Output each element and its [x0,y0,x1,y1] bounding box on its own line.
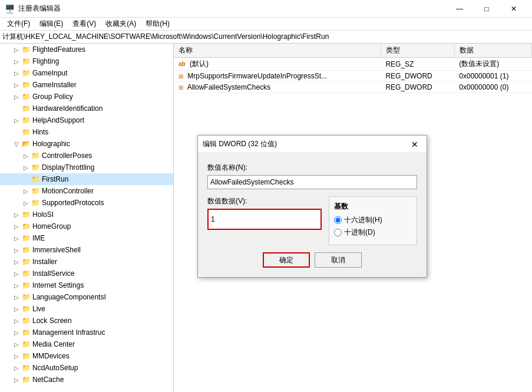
folder-icon: 📁 [31,151,40,160]
col-name: 名称 [174,44,381,58]
tree-label: GameInstaller [32,81,77,89]
tree-item-netcache[interactable]: ▷ 📁 NetCache [0,374,173,386]
folder-icon: 📁 [21,222,31,231]
tree-item-lockscreen[interactable]: ▷ 📁 Lock Screen [0,315,173,327]
folder-icon: 📁 [31,174,40,184]
tree-label: Flighting [32,57,59,65]
menu-view[interactable]: 查看(V) [68,18,101,30]
cell-data: 0x00000000 (0) [454,82,531,93]
dialog-titlebar: 编辑 DWORD (32 位值) ✕ [198,136,427,153]
dialog-close-button[interactable]: ✕ [408,137,422,151]
tree-item-holographic[interactable]: ▽ 📂 Holographic [0,138,173,150]
tree-label: Management Infrastruc [32,328,105,337]
tree-item-homegroup[interactable]: ▷ 📁 HomeGroup [0,220,173,232]
tree-label: MMDevices [32,352,70,360]
cell-name: ab (默认) [174,58,381,71]
tree-item-controllerposes[interactable]: ▷ 📁 ControllerPoses [0,150,173,162]
tree-item-displaythrottling[interactable]: ▷ 📁 DisplayThrottling [0,162,173,173]
dec-radio-row[interactable]: 十进制(D) [334,228,412,238]
hex-radio[interactable] [334,216,342,224]
menu-file[interactable]: 文件(F) [2,18,35,30]
tree-label: MotionController [42,187,94,195]
menu-help[interactable]: 帮助(H) [141,18,174,30]
tree-item-installer[interactable]: ▷ 📁 Installer [0,256,173,268]
table-row[interactable]: ab (默认) REG_SZ (数值未设置) [174,58,532,71]
value-label: 数值数据(V): [207,196,322,206]
tree-item-flightedfeatures[interactable]: ▷ 📁 FlightedFeatures [0,44,173,55]
value-row: 数值数据(V): 基数 十六进制(H) 十进制(D) [207,196,417,245]
tree-item-live[interactable]: ▷ 📁 Live [0,303,173,315]
folder-icon: 📁 [21,281,31,290]
col-data: 数据 [454,44,531,58]
table-row[interactable]: ⊞ MrpSupportsFirmwareUpdateInProgressSt.… [174,71,532,82]
expand-icon: ▷ [12,257,21,266]
expand-icon: ▷ [12,351,21,361]
tree-item-gameinstaller[interactable]: ▷ 📁 GameInstaller [0,79,173,91]
folder-icon: 📁 [31,186,40,196]
expand-icon: ▷ [12,269,21,278]
tree-label: Internet Settings [32,281,84,289]
folder-icon: 📁 [21,363,31,373]
expand-icon: ▷ [12,363,21,373]
folder-icon: 📁 [21,127,31,137]
tree-item-hardwareid[interactable]: ▷ 📁 HardwareIdentification [0,103,173,114]
app-icon: 🖥️ [5,4,15,14]
expand-icon: ▷ [12,92,21,101]
tree-item-motioncontroller[interactable]: ▷ 📁 MotionController [0,185,173,197]
tree-item-ime[interactable]: ▷ 📁 IME [0,232,173,244]
hex-label: 十六进制(H) [344,215,382,225]
expand-icon: ▽ [12,139,21,149]
tree-label: Installer [32,258,57,266]
tree-item-helpandsupport[interactable]: ▷ 📁 HelpAndSupport [0,114,173,126]
window-controls: — □ ✕ [446,0,527,18]
cancel-button[interactable]: 取消 [315,252,362,268]
tree-label: Group Policy [32,93,73,101]
expand-icon: ▷ [21,186,31,196]
folder-icon: 📁 [21,57,31,66]
tree-item-immersiveshell[interactable]: ▷ 📁 ImmersiveShell [0,244,173,256]
menu-edit[interactable]: 编辑(E) [35,18,68,30]
tree-label: DisplayThrottling [42,163,94,172]
expand-icon: ▷ [12,281,21,290]
tree-item-internetsettings[interactable]: ▷ 📁 Internet Settings [0,279,173,291]
folder-icon: 📁 [21,45,31,54]
tree-label: Lock Screen [32,317,72,325]
tree-item-mmdevices[interactable]: ▷ 📁 MMDevices [0,350,173,362]
tree-item-mediacenter[interactable]: ▷ 📁 Media Center [0,338,173,350]
close-button[interactable]: ✕ [500,0,527,18]
folder-icon: 📁 [21,257,31,266]
tree-item-ncdautosetup[interactable]: ▷ 📁 NcdAutoSetup [0,362,173,374]
tree-item-grouppolicy[interactable]: ▷ 📁 Group Policy [0,91,173,103]
tree-label: ControllerPoses [42,151,92,160]
tree-item-mgmt-infra[interactable]: ▷ 📁 Management Infrastruc [0,327,173,338]
tree-label: HoloSI [32,210,54,219]
maximize-button[interactable]: □ [473,0,500,18]
edit-dialog: 编辑 DWORD (32 位值) ✕ 数值名称(N): 数值数据(V): 基数 … [197,135,427,278]
cell-type: REG_DWORD [381,82,454,93]
folder-icon: 📁 [21,233,31,243]
tree-panel[interactable]: ▷ 📁 FlightedFeatures ▷ 📁 Flighting ▷ 📁 G… [0,44,174,392]
expand-icon: ▷ [12,316,21,325]
dec-radio[interactable] [334,229,342,236]
tree-item-firstrun[interactable]: ▷ 📁 FirstRun [0,173,173,185]
table-row[interactable]: ⊞ AllowFailedSystemChecks REG_DWORD 0x00… [174,82,532,93]
cell-name: ⊞ AllowFailedSystemChecks [174,82,381,93]
tree-item-holosi[interactable]: ▷ 📁 HoloSI [0,209,173,220]
cell-data: (数值未设置) [454,58,531,71]
tree-label: HomeGroup [32,222,71,230]
minimize-button[interactable]: — [446,0,473,18]
menu-favorites[interactable]: 收藏夹(A) [101,18,141,30]
value-input[interactable] [207,209,322,230]
title-bar: 🖥️ 注册表编辑器 — □ ✕ [0,0,532,18]
tree-item-installservice[interactable]: ▷ 📁 InstallService [0,268,173,279]
ok-button[interactable]: 确定 [263,252,310,268]
expand-icon: ▷ [21,163,31,172]
hex-radio-row[interactable]: 十六进制(H) [334,215,412,225]
name-input[interactable] [207,175,417,189]
tree-item-gameinput[interactable]: ▷ 📁 GameInput [0,67,173,79]
tree-label: Holographic [32,140,70,148]
tree-item-hints[interactable]: ▷ 📁 Hints [0,126,173,138]
tree-item-languagecomponents[interactable]: ▷ 📁 LanguageComponentsI [0,291,173,303]
tree-item-supportedprotocols[interactable]: ▷ 📁 SupportedProtocols [0,197,173,209]
tree-item-flighting[interactable]: ▷ 📁 Flighting [0,55,173,67]
